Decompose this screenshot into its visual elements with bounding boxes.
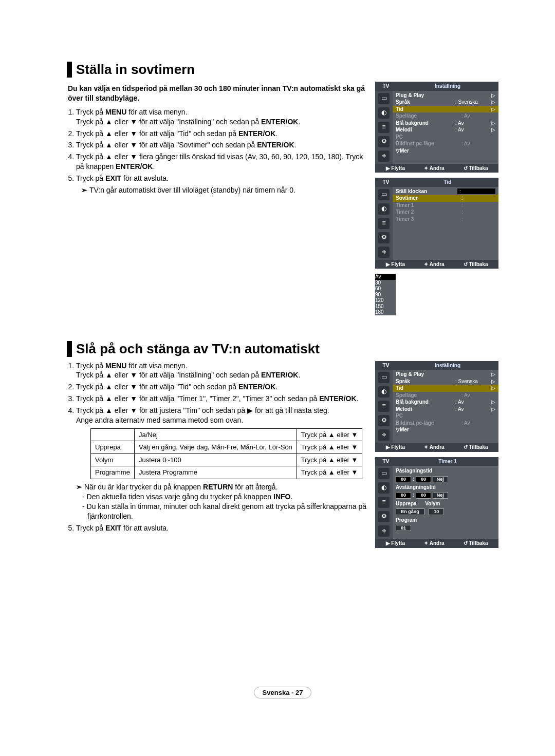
s1-step5: Tryck på EXIT för att avsluta. — [76, 174, 369, 183]
th — [91, 428, 135, 441]
txt: Tryck på — [76, 362, 105, 370]
osd-timer1: TV Timer 1 ▭ ◐ ≡ ⚙ ⎆ Påslagningstid 00 : — [375, 457, 498, 548]
input-icon: ⎆ — [378, 150, 390, 162]
picture-icon: ▭ — [378, 93, 390, 104]
options-table: Ja/NejTryck på ▲ eller ▼ UpprepaVälj en … — [90, 428, 362, 479]
timer-on-row: 00 : 00 Nej — [393, 475, 498, 483]
txt-b: ENTER/OK — [238, 383, 275, 391]
popup-item: 90 — [375, 292, 396, 298]
sound-icon: ◐ — [378, 107, 390, 119]
min-field: 00 — [416, 492, 431, 498]
osd-row: Spelläge: Av — [393, 392, 498, 399]
s2-note: När du är klar trycker du på knappen RET… — [76, 482, 369, 492]
lbl: Sovtimer — [396, 195, 461, 201]
osd-row: Melodi: Av▷ — [393, 406, 498, 413]
section2-heading: Slå på och stänga av TV:n automatiskt — [67, 341, 498, 357]
hour-field: 00 — [396, 476, 411, 482]
channel-icon: ≡ — [378, 401, 390, 412]
osd-row: Timer 2: — [393, 209, 498, 216]
osd-row: ▽Mer — [393, 147, 498, 155]
input-icon: ⎆ — [378, 429, 390, 441]
lbl: Språk — [396, 99, 455, 105]
volume-label: Volym — [425, 501, 440, 506]
onoff-field: Nej — [433, 476, 448, 482]
osd-row — [393, 230, 498, 237]
txt-b: ENTER/OK — [319, 394, 356, 403]
txt-b: EXIT — [105, 524, 121, 532]
lbl: Spelläge — [396, 392, 461, 399]
s1-step1: Tryck på MENU för att visa menyn. Tryck … — [76, 107, 369, 127]
page-footer: Svenska - 27 — [67, 687, 498, 698]
osd-installning-2: TV Inställning ▭ ◐ ≡ ⚙ ⎆ Plug & Play▷ Sp… — [375, 361, 498, 452]
osd-title: Inställning — [397, 82, 498, 91]
txt-b: ENTER/OK — [257, 141, 294, 149]
setup-icon: ⚙ — [378, 511, 390, 522]
osd-row: Språk: Svenska▷ — [393, 378, 498, 385]
td: Välj en gång, Varje dag, Mån-Fre, Mån-Lö… — [134, 441, 297, 454]
osd-row: Bildinst pc-läge: Av — [393, 420, 498, 427]
picture-icon: ▭ — [378, 189, 390, 200]
td: Tryck på ▲ eller ▼ — [297, 466, 362, 479]
lbl: Blå bakgrund — [396, 399, 455, 405]
val: : — [461, 202, 495, 209]
foot-change: ✦ Ändra — [424, 261, 445, 268]
s1-step4: Tryck på ▲ eller ▼ flera gånger tills ön… — [76, 152, 369, 172]
page-number: Svenska - 27 — [254, 687, 312, 698]
val: : Svenska — [455, 379, 489, 385]
osd-row: Bildinst pc-läge: Av — [393, 140, 498, 147]
lbl: Timer 2 — [396, 209, 461, 215]
osd-row-selected: Tid▷ — [393, 385, 498, 392]
lbl: ▽Mer — [396, 148, 495, 154]
val: : Av — [455, 399, 489, 405]
txt: Tryck på ▲ eller ▼ för att justera "Tim"… — [76, 406, 329, 414]
repeat-volume-values: En gång 10 — [393, 507, 498, 516]
td: Tryck på ▲ eller ▼ — [297, 441, 362, 454]
lbl: ▽Mer — [396, 427, 495, 433]
td: Tryck på ▲ eller ▼ — [297, 453, 362, 466]
sound-icon: ◐ — [378, 482, 390, 494]
txt-b: INFO — [273, 493, 290, 501]
osd-footer: ▶ Flytta ✦ Ändra ↺ Tillbaka — [375, 260, 498, 269]
osd-footer: ▶ Flytta ✦ Ändra ↺ Tillbaka — [375, 164, 498, 173]
val: : Av — [461, 420, 495, 426]
osd-row: Spelläge: Av — [393, 112, 498, 120]
setup-icon: ⚙ — [378, 232, 390, 243]
osd-sovtimer-popup: Av 30 60 90 120 150 180 — [375, 274, 396, 315]
txt-b: RETURN — [203, 483, 233, 491]
popup-item: 180 — [375, 309, 396, 315]
txt: Tryck på ▲ eller ▼ för att välja "Instäl… — [76, 371, 261, 379]
popup-item-selected: Av — [375, 274, 396, 280]
txt-b: ENTER/OK — [116, 162, 153, 171]
popup-item: 60 — [375, 286, 396, 292]
td: Justera Programme — [134, 466, 297, 479]
th: Ja/Nej — [134, 428, 297, 441]
lbl: Melodi — [396, 406, 455, 412]
lbl: Melodi — [396, 127, 455, 133]
program-field: 01 — [396, 525, 411, 531]
td: Justera 0~100 — [134, 453, 297, 466]
lbl: Plug & Play — [396, 92, 455, 99]
foot-change: ✦ Ändra — [424, 165, 445, 172]
val: : Av — [455, 406, 489, 412]
foot-move: ▶ Flytta — [386, 261, 405, 268]
osd-row: Timer 1: — [393, 202, 498, 209]
txt: . — [275, 383, 278, 391]
txt-b: MENU — [105, 362, 126, 370]
osd-row: Blå bakgrund: Av▷ — [393, 120, 498, 127]
min-field: 00 — [416, 476, 431, 482]
txt: När du är klar trycker du på knappen — [84, 483, 203, 491]
foot-move: ▶ Flytta — [386, 165, 405, 172]
hour-field: 00 — [396, 492, 411, 498]
osd-row: Plug & Play▷ — [393, 371, 498, 378]
osd-tv-label: TV — [375, 178, 397, 187]
s2-step5: Tryck på EXIT för att avsluta. — [76, 523, 369, 533]
txt: Tryck på ▲ eller ▼ för att välja "Instäl… — [76, 118, 261, 126]
foot-move: ▶ Flytta — [386, 444, 405, 450]
txt: . — [298, 371, 300, 379]
section1-lead: Du kan välja en tidsperiod på mellan 30 … — [68, 84, 369, 103]
foot-move: ▶ Flytta — [386, 540, 405, 546]
osd-tv-label: TV — [375, 457, 397, 466]
foot-back: ↺ Tillbaka — [464, 540, 488, 546]
section1-heading: Ställa in sovtimern — [67, 62, 498, 78]
popup-item: 30 — [375, 280, 396, 286]
